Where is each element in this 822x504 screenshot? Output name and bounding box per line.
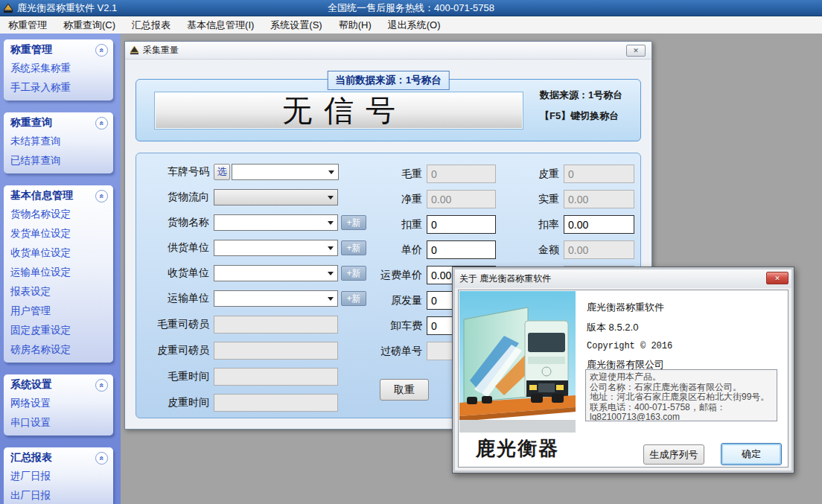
sidebar-group-weighing-query: 称重查询 « 未结算查询 已结算查询 xyxy=(4,112,113,173)
amount-input[interactable] xyxy=(564,240,634,259)
dialog-titlebar[interactable]: 关于 鹿光衡器称重软件 ✕ xyxy=(455,269,791,288)
take-weight-button[interactable]: 取重 xyxy=(380,379,429,401)
window-titlebar[interactable]: 采集重量 ✕ xyxy=(125,42,651,60)
row-tare-weight: 皮重 xyxy=(479,165,634,183)
version-text: 版本 8.5.2.0 xyxy=(587,321,779,334)
plate-number-combo[interactable] xyxy=(232,164,339,180)
sidebar-item-weighhouse-name-setting[interactable]: 磅房名称设定 xyxy=(4,340,113,360)
field-label: 卸车费 xyxy=(330,319,427,333)
tare-time-input[interactable] xyxy=(214,394,338,412)
field-label: 皮重司磅员 xyxy=(136,344,214,357)
group-title: 基本信息管理 xyxy=(10,189,73,202)
field-label: 净重 xyxy=(330,193,427,206)
collapse-chevron-icon[interactable]: « xyxy=(95,44,108,57)
menu-summary-report[interactable]: 汇总报表 xyxy=(124,16,179,34)
row-net-weight: 净重 xyxy=(330,190,496,208)
field-label: 毛重时间 xyxy=(136,370,214,383)
ok-button[interactable]: 确定 xyxy=(721,443,782,465)
truck-image: 鹿光衡器 xyxy=(459,291,576,466)
menu-weighing-query[interactable]: 称重查询(C) xyxy=(55,16,124,34)
collapse-chevron-icon[interactable]: « xyxy=(95,452,108,465)
sidebar-item-network-settings[interactable]: 网络设置 xyxy=(4,394,113,413)
select-plate-button[interactable]: 选 xyxy=(214,164,230,180)
receiver-combo[interactable] xyxy=(214,265,338,281)
close-icon[interactable]: ✕ xyxy=(626,45,646,57)
menu-weighing-management[interactable]: 称重管理 xyxy=(0,16,55,34)
generate-serial-button[interactable]: 生成序列号 xyxy=(643,444,704,465)
about-text-block: 鹿光衡器称重软件 版本 8.5.2.0 Copyright © 2016 鹿光衡… xyxy=(587,301,779,378)
group-title: 称重查询 xyxy=(10,116,52,130)
field-label: 皮重 xyxy=(479,168,564,181)
row-gross-weight: 毛重 xyxy=(330,165,496,183)
field-label: 毛重司磅员 xyxy=(136,318,214,331)
sidebar-item-unsettled-query[interactable]: 未结算查询 xyxy=(4,132,113,151)
goods-name-combo[interactable] xyxy=(214,214,338,231)
field-label: 运费单价 xyxy=(330,269,427,282)
sidebar-item-shipper-setting[interactable]: 发货单位设定 xyxy=(4,224,113,243)
sidebar-item-user-management[interactable]: 用户管理 xyxy=(4,302,113,321)
group-header: 基本信息管理 « xyxy=(4,185,113,205)
sidebar-item-goods-name-setting[interactable]: 货物名称设定 xyxy=(4,205,113,224)
row-deduct-weight: 扣重 xyxy=(330,215,496,234)
sidebar-item-system-collect-weighing[interactable]: 系统采集称重 xyxy=(4,59,113,78)
group-header: 汇总报表 « xyxy=(4,447,113,467)
sidebar-item-fixed-tare-setting[interactable]: 固定皮重设定 xyxy=(4,321,113,340)
menu-help[interactable]: 帮助(H) xyxy=(331,16,380,34)
row-actual-weight: 实重 xyxy=(479,190,634,208)
sidebar-group-weighing-management: 称重管理 « 系统采集称重 手工录入称重 xyxy=(4,39,113,101)
gross-operator-input[interactable] xyxy=(214,316,338,334)
menu-system-settings[interactable]: 系统设置(S) xyxy=(262,16,330,34)
field-label: 过磅单号 xyxy=(330,345,427,358)
tare-operator-input[interactable] xyxy=(214,342,338,360)
group-header: 系统设置 « xyxy=(4,374,113,394)
group-title: 汇总报表 xyxy=(10,451,52,465)
weight-display: 无信号 xyxy=(154,92,523,130)
group-title: 称重管理 xyxy=(10,43,52,57)
field-label: 毛重 xyxy=(330,168,427,181)
source-info: 数据来源：1号称台 【F5】键切换称台 xyxy=(540,89,648,130)
sidebar-item-receiver-setting[interactable]: 收货单位设定 xyxy=(4,243,113,263)
dialog-content: 鹿光衡器 鹿光衡器称重软件 版本 8.5.2.0 Copyright © 201… xyxy=(458,290,788,468)
sidebar-item-inbound-daily-report[interactable]: 进厂日报 xyxy=(4,467,113,486)
field-label: 货物名称 xyxy=(136,216,214,229)
sidebar-group-summary-reports: 汇总报表 « 进厂日报 出厂日报 xyxy=(4,447,113,504)
dialog-title: 关于 鹿光衡器称重软件 xyxy=(455,272,551,285)
field-label: 供货单位 xyxy=(136,241,214,255)
row-gross-time: 毛重时间 xyxy=(136,368,338,386)
company-info-box: 欢迎使用本产品。 公司名称：石家庄鹿光衡器有限公司。 地址：河北省石家庄鹿泉区石… xyxy=(585,369,777,421)
collapse-chevron-icon[interactable]: « xyxy=(95,190,108,202)
field-label: 扣重 xyxy=(330,218,427,232)
menu-bar: 称重管理 称重查询(C) 汇总报表 基本信息管理(I) 系统设置(S) 帮助(H… xyxy=(0,16,822,34)
row-tare-time: 皮重时间 xyxy=(136,394,338,412)
row-plate-number: 车牌号码 选 xyxy=(136,164,339,180)
supplier-combo[interactable] xyxy=(214,240,338,256)
row-amount: 金额 xyxy=(479,240,634,259)
sidebar-item-outbound-daily-report[interactable]: 出厂日报 xyxy=(4,486,113,504)
actual-weight-input[interactable] xyxy=(564,190,634,208)
collapse-chevron-icon[interactable]: « xyxy=(95,117,108,130)
goods-flow-combo[interactable] xyxy=(214,189,338,205)
sidebar-item-transport-setting[interactable]: 运输单位设定 xyxy=(4,263,113,282)
close-icon[interactable]: ✕ xyxy=(766,272,788,284)
product-name: 鹿光衡器称重软件 xyxy=(587,301,779,314)
current-source-badge: 当前数据来源：1号称台 xyxy=(327,71,450,90)
transporter-combo[interactable] xyxy=(214,290,338,307)
field-label: 收货单位 xyxy=(136,267,214,280)
sidebar-item-manual-entry-weighing[interactable]: 手工录入称重 xyxy=(4,78,113,98)
sidebar-group-basic-info: 基本信息管理 « 货物名称设定 发货单位设定 收货单位设定 运输单位设定 报表设… xyxy=(4,185,113,363)
sidebar-item-settled-query[interactable]: 已结算查询 xyxy=(4,151,113,170)
app-titlebar: 鹿光衡器称重软件 V2.1 全国统一售后服务热线：400-071-5758 xyxy=(0,0,822,16)
field-label: 实重 xyxy=(479,193,564,206)
menu-exit[interactable]: 退出系统(O) xyxy=(380,16,449,34)
sidebar-group-system-settings: 系统设置 « 网络设置 串口设置 xyxy=(4,374,113,436)
menu-basic-info[interactable]: 基本信息管理(I) xyxy=(179,16,262,34)
sidebar-item-report-setting[interactable]: 报表设定 xyxy=(4,282,113,302)
gross-time-input[interactable] xyxy=(214,368,338,386)
group-title: 系统设置 xyxy=(10,378,52,392)
row-gross-operator: 毛重司磅员 xyxy=(136,316,338,334)
deduct-rate-input[interactable] xyxy=(564,215,634,234)
sidebar-item-serial-port-settings[interactable]: 串口设置 xyxy=(4,413,113,433)
row-tare-operator: 皮重司磅员 xyxy=(136,342,338,360)
tare-weight-input[interactable] xyxy=(564,165,634,183)
collapse-chevron-icon[interactable]: « xyxy=(95,379,108,392)
